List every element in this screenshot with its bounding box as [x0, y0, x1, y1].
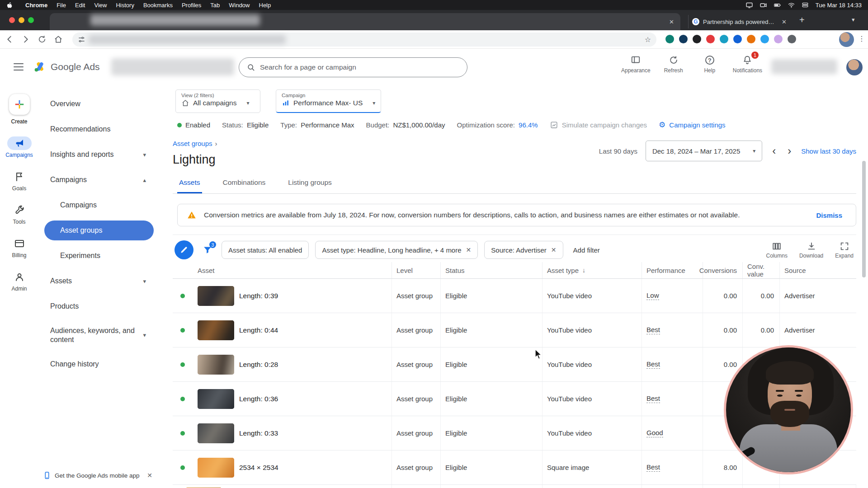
- asset-thumbnail[interactable]: [198, 355, 234, 375]
- bookmark-star-icon[interactable]: ☆: [645, 35, 651, 44]
- sidebar-item-insights-and-reports[interactable]: Insights and reports ▾: [38, 142, 158, 167]
- display-icon[interactable]: [745, 1, 753, 9]
- browser-menu-icon[interactable]: ⋮: [858, 34, 865, 43]
- account-avatar[interactable]: [846, 59, 863, 75]
- menubar-item-history[interactable]: History: [111, 2, 138, 9]
- asset-thumbnail[interactable]: [198, 389, 234, 409]
- close-icon[interactable]: ✕: [551, 246, 557, 253]
- extension-icon[interactable]: [693, 35, 701, 43]
- next-period-button[interactable]: ›: [786, 145, 793, 157]
- menubar-item-help[interactable]: Help: [255, 2, 276, 9]
- date-range-dropdown[interactable]: Dec 18, 2024 – Mar 17, 2025 ▾: [646, 141, 762, 161]
- header-action-help[interactable]: ? Help: [697, 55, 723, 74]
- filter-icon[interactable]: 3: [201, 243, 214, 257]
- rail-item-admin[interactable]: Admin: [0, 270, 38, 292]
- extension-icon[interactable]: [774, 35, 783, 43]
- home-button[interactable]: [52, 33, 65, 46]
- wifi-icon[interactable]: [788, 1, 795, 9]
- rail-item-goals[interactable]: Goals: [0, 170, 38, 192]
- menubar-item-profiles[interactable]: Profiles: [177, 2, 206, 9]
- column-header-performance[interactable]: Performance: [642, 262, 703, 278]
- menubar-clock[interactable]: Tue Mar 18 14:33: [816, 2, 862, 9]
- filter-chip[interactable]: Asset status: All enabled: [222, 241, 309, 259]
- sidebar-item-change-history[interactable]: Change history: [38, 352, 158, 377]
- view-filter-dropdown[interactable]: View (2 filters) All campaigns ▾: [175, 89, 260, 113]
- mobile-app-promo[interactable]: Get the Google Ads mobile app ✕: [43, 467, 155, 483]
- forward-button[interactable]: [19, 33, 33, 46]
- asset-thumbnail[interactable]: [198, 458, 234, 478]
- enabled-status[interactable]: Enabled: [177, 121, 210, 129]
- sidebar-item-campaigns[interactable]: Campaigns: [38, 192, 158, 218]
- page-search[interactable]: [239, 57, 467, 77]
- menubar-item-edit[interactable]: Edit: [71, 2, 90, 9]
- download-button[interactable]: Download: [799, 241, 823, 259]
- performance-link[interactable]: Best: [646, 360, 660, 369]
- promo-close-icon[interactable]: ✕: [147, 472, 155, 479]
- camera-icon[interactable]: [760, 1, 767, 9]
- performance-link[interactable]: Best: [646, 326, 660, 334]
- add-filter-button[interactable]: Add filter: [573, 246, 600, 254]
- previous-period-button[interactable]: ‹: [770, 145, 778, 157]
- menubar-item-bookmarks[interactable]: Bookmarks: [139, 2, 177, 9]
- column-header-level[interactable]: Level: [392, 262, 441, 278]
- performance-link[interactable]: Low: [646, 291, 659, 300]
- browser-tab-inactive[interactable]: G Partnership ads powered by ... ✕: [688, 15, 790, 28]
- extension-icon[interactable]: [665, 35, 674, 43]
- campaign-settings-button[interactable]: ⚙ Campaign settings: [659, 120, 725, 130]
- search-input[interactable]: [260, 63, 460, 71]
- browser-profile-avatar[interactable]: [839, 32, 854, 47]
- performance-link[interactable]: Good: [646, 429, 663, 437]
- rail-item-campaigns[interactable]: Campaigns: [0, 136, 38, 158]
- column-header-asset[interactable]: Asset: [173, 262, 392, 278]
- menubar-item-view[interactable]: View: [90, 2, 111, 9]
- window-maximize-button[interactable]: [28, 17, 34, 23]
- extension-icon[interactable]: [788, 35, 796, 43]
- asset-thumbnail[interactable]: [198, 320, 234, 340]
- show-last-30-days-link[interactable]: Show last 30 days: [801, 147, 856, 155]
- main-menu-icon[interactable]: [14, 63, 24, 70]
- asset-thumbnail[interactable]: [198, 286, 234, 306]
- header-action-appearance[interactable]: Appearance: [621, 55, 651, 74]
- column-header-status[interactable]: Status: [441, 262, 542, 278]
- expand-button[interactable]: Expand: [835, 241, 854, 259]
- menubar-item-window[interactable]: Window: [224, 2, 254, 9]
- menubar-item-tab[interactable]: Tab: [206, 2, 224, 9]
- window-close-button[interactable]: [9, 17, 15, 23]
- sidebar-item-products[interactable]: Products: [38, 294, 158, 319]
- sidebar-item-audiences-keywords-and-content[interactable]: Audiences, keywords, and content ▾: [38, 319, 158, 352]
- extension-icon[interactable]: [720, 35, 728, 43]
- create-button[interactable]: Create: [0, 94, 38, 125]
- reload-button[interactable]: [35, 33, 49, 46]
- filter-chip[interactable]: Source: Advertiser✕: [484, 241, 563, 259]
- column-header-source[interactable]: Source: [780, 262, 856, 278]
- page-scrollbar[interactable]: [862, 161, 866, 277]
- menubar-item-file[interactable]: File: [52, 2, 71, 9]
- sidebar-item-experiments[interactable]: Experiments: [38, 243, 158, 268]
- extension-icon[interactable]: [679, 35, 688, 43]
- table-row[interactable]: Length: 0:44Asset groupEligibleYouTube v…: [173, 313, 856, 347]
- extension-icon[interactable]: [747, 35, 755, 43]
- table-row[interactable]: [173, 485, 856, 488]
- window-minimize-button[interactable]: [19, 17, 24, 23]
- sidebar-item-campaigns[interactable]: Campaigns ▴: [38, 167, 158, 192]
- google-ads-logo[interactable]: Google Ads: [33, 61, 100, 73]
- sidebar-item-asset-groups[interactable]: Asset groups: [44, 221, 154, 240]
- extension-icon[interactable]: [760, 35, 769, 43]
- new-tab-button[interactable]: +: [799, 15, 805, 24]
- breadcrumb[interactable]: Asset groups ›: [173, 140, 599, 147]
- tab-assets[interactable]: Assets: [177, 174, 202, 193]
- dismiss-button[interactable]: Dismiss: [816, 211, 847, 219]
- tab-search-icon[interactable]: ▾: [852, 16, 855, 23]
- tune-icon[interactable]: [78, 36, 85, 43]
- sidebar-item-assets[interactable]: Assets ▾: [38, 268, 158, 294]
- tab-close-icon[interactable]: ✕: [782, 19, 787, 25]
- rail-item-tools[interactable]: Tools: [0, 203, 38, 225]
- edit-button[interactable]: [175, 240, 193, 259]
- tab-combinations[interactable]: Combinations: [221, 174, 268, 193]
- performance-link[interactable]: Best: [646, 463, 660, 472]
- performance-link[interactable]: Best: [646, 394, 660, 403]
- sidebar-item-overview[interactable]: Overview: [38, 91, 158, 117]
- control-center-icon[interactable]: [802, 1, 809, 9]
- column-header-conversions[interactable]: Conversions: [703, 262, 743, 278]
- rail-item-billing[interactable]: Billing: [0, 237, 38, 258]
